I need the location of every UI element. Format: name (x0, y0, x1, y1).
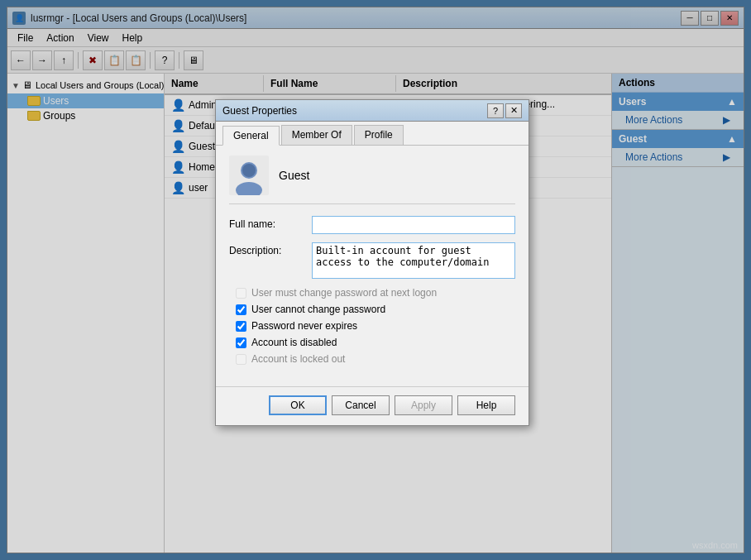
password-never-expires-label: Password never expires (251, 320, 357, 332)
account-disabled-label: Account is disabled (251, 337, 337, 348)
checkbox-password-never-expires: Password never expires (229, 320, 515, 332)
description-row: Description: Built-in account for guest … (229, 242, 515, 279)
checkbox-cannot-change-password: User cannot change password (229, 304, 515, 315)
help-button[interactable]: Help (457, 395, 515, 415)
cannot-change-password-checkbox[interactable] (236, 304, 246, 315)
checkbox-account-locked: Account is locked out (229, 353, 515, 365)
dialog-tab-bar: General Member Of Profile (216, 122, 529, 146)
checkbox-account-disabled: Account is disabled (229, 337, 515, 348)
checkbox-must-change-password: User must change password at next logon (229, 287, 515, 299)
dialog-title: Guest Properties (222, 105, 487, 117)
dialog-close-button[interactable]: ✕ (505, 103, 522, 118)
fullname-label: Full name: (229, 216, 312, 230)
cancel-button[interactable]: Cancel (332, 395, 390, 415)
tab-member-of[interactable]: Member Of (281, 125, 352, 145)
svg-point-3 (242, 164, 256, 177)
fullname-row: Full name: (229, 216, 515, 234)
ok-button[interactable]: OK (269, 395, 327, 415)
dialog-help-icon-button[interactable]: ? (487, 103, 504, 118)
tab-general[interactable]: General (222, 126, 280, 146)
password-never-expires-checkbox[interactable] (236, 321, 246, 332)
apply-button[interactable]: Apply (395, 395, 452, 415)
account-disabled-checkbox[interactable] (236, 337, 246, 348)
dialog-buttons: OK Cancel Apply Help (216, 386, 529, 425)
dialog-content: Guest Full name: Description: Built-in a… (216, 146, 529, 380)
fullname-input[interactable] (312, 216, 515, 234)
must-change-password-checkbox[interactable] (236, 288, 246, 299)
cannot-change-password-label: User cannot change password (251, 304, 385, 315)
description-input[interactable]: Built-in account for guest access to the… (312, 242, 515, 279)
account-locked-label: Account is locked out (251, 353, 345, 365)
guest-header: Guest (229, 156, 515, 204)
must-change-password-label: User must change password at next logon (251, 287, 437, 299)
guest-avatar (229, 156, 269, 195)
tab-profile[interactable]: Profile (354, 125, 404, 145)
dialog-title-buttons: ? ✕ (487, 103, 522, 118)
guest-display-name: Guest (279, 169, 309, 182)
account-locked-checkbox[interactable] (236, 354, 246, 365)
guest-properties-dialog: Guest Properties ? ✕ General Member Of P… (215, 99, 529, 426)
dialog-title-bar: Guest Properties ? ✕ (216, 100, 529, 122)
modal-overlay: Guest Properties ? ✕ General Member Of P… (0, 0, 751, 560)
description-label: Description: (229, 242, 312, 256)
